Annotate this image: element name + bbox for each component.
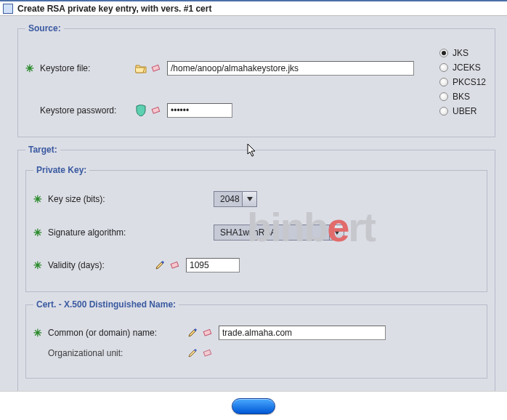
radio-label: UBER [453,106,476,116]
radio-label: JKS [453,48,469,58]
validity-label: Validity (days): [48,260,150,270]
radio-icon [439,78,448,86]
required-mark: ✳ [33,227,42,238]
chevron-down-icon[interactable] [330,225,344,241]
common-name-row: ✳ Common (or domain) name: [33,326,479,340]
private-key-legend: Private Key: [33,165,89,175]
pencil-icon[interactable] [154,259,166,271]
svg-rect-0 [152,65,160,71]
radio-icon [439,92,448,101]
required-mark: ✳ [33,193,42,205]
sig-algo-row: ✳ Signature algorithm: SHA1withRSA [33,225,479,241]
radio-label: PKCS12 [453,77,486,87]
keystore-file-label: Keystore file: [40,63,131,73]
clear-icon[interactable] [170,259,182,271]
radio-label: BKS [453,92,470,102]
shield-icon[interactable] [135,105,147,116]
pencil-icon[interactable] [187,347,198,359]
key-size-row: ✳ Key size (bits): 2048 [33,191,479,207]
key-size-label: Key size (bits): [48,194,171,204]
window-icon [3,4,13,14]
chevron-down-icon[interactable] [243,191,257,207]
radio-jceks[interactable]: JCEKS [439,62,486,73]
keystore-file-input[interactable] [167,61,414,76]
required-mark: ✳ [25,62,34,74]
bottom-bar [0,391,507,420]
radio-jks[interactable]: JKS [439,48,486,58]
cert-dn-group: Cert. - X.500 Distinguished Name: ✳ Comm… [25,299,487,379]
org-unit-row: Organizational unit: [33,347,479,359]
radio-icon [439,107,448,116]
radio-icon [439,63,448,72]
org-unit-label: Organizational unit: [48,348,182,358]
common-name-label: Common (or domain) name: [48,328,182,338]
validity-input[interactable] [186,258,240,272]
keystore-format-radios: JKS JCEKS PKCS12 BKS UBER [439,48,486,116]
clear-icon[interactable] [151,62,163,74]
titlebar: Create RSA private key entry, with vers.… [0,0,507,16]
clear-icon[interactable] [151,105,163,116]
target-legend: Target: [25,145,60,155]
cert-dn-legend: Cert. - X.500 Distinguished Name: [33,299,179,310]
sig-algo-value: SHA1withRSA [214,225,330,241]
folder-open-icon[interactable] [135,62,147,74]
required-mark: ✳ [33,259,42,271]
keystore-file-row: ✳ Keystore file: [25,61,432,76]
source-legend: Source: [25,23,64,33]
radio-pkcs12[interactable]: PKCS12 [439,77,486,87]
source-group: Source: ✳ Keystore file: Keystore passwo… [17,23,495,137]
clear-icon[interactable] [203,327,214,339]
radio-uber[interactable]: UBER [439,106,486,116]
key-size-value: 2048 [214,191,243,207]
radio-dot-icon [439,49,448,57]
window-title: Create RSA private key entry, with vers.… [17,4,211,14]
common-name-input[interactable] [219,326,386,340]
pencil-icon[interactable] [187,327,198,339]
keystore-password-row: Keystore password: [25,103,432,118]
radio-label: JCEKS [453,62,481,73]
required-mark: ✳ [33,327,42,339]
sig-algo-combo[interactable]: SHA1withRSA [214,225,344,241]
primary-action-button[interactable] [232,398,275,414]
key-size-combo[interactable]: 2048 [214,191,257,207]
svg-rect-1 [152,107,160,113]
keystore-password-label: Keystore password: [40,105,131,116]
keystore-password-input[interactable] [167,103,232,118]
svg-rect-3 [203,329,211,336]
svg-rect-4 [203,350,211,356]
private-key-group: Private Key: ✳ Key size (bits): 2048 ✳ S… [25,165,487,292]
form-area: Source: ✳ Keystore file: Keystore passwo… [0,16,507,398]
radio-bks[interactable]: BKS [439,92,486,102]
clear-icon[interactable] [203,347,214,359]
svg-rect-2 [171,262,179,268]
validity-row: ✳ Validity (days): [33,258,479,272]
target-group: Target: Private Key: ✳ Key size (bits): … [17,145,495,398]
sig-algo-label: Signature algorithm: [48,227,171,238]
